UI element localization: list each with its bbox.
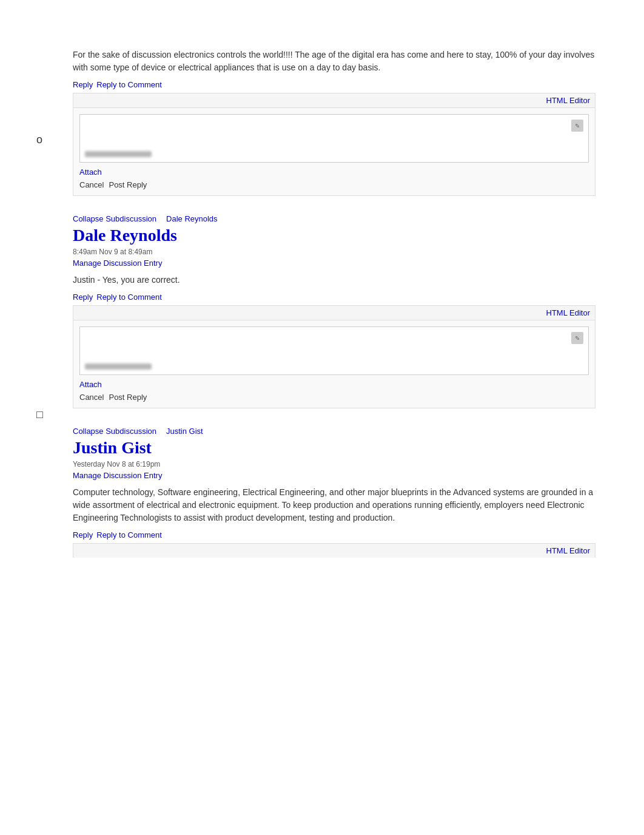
post2-collapse-link[interactable]: Collapse Subdiscussion <box>73 214 156 223</box>
post2-cancel-link[interactable]: Cancel <box>79 393 104 402</box>
post1-text: For the sake of discussion electronics c… <box>73 49 595 74</box>
post2-subdiscussion-header: Collapse Subdiscussion Dale Reynolds <box>73 214 595 223</box>
post1-cancel-link[interactable]: Cancel <box>79 180 104 189</box>
post3-reply-to-comment-link[interactable]: Reply to Comment <box>96 530 162 539</box>
post2-reply-to-comment-link[interactable]: Reply to Comment <box>96 292 162 302</box>
post3-manage-link[interactable]: Manage Discussion Entry <box>73 471 595 480</box>
post1-editor-box: ✎ Attach Cancel Post Reply <box>73 107 595 196</box>
post3-text: Computer technology, Software engineerin… <box>73 486 595 524</box>
post2-attach-link[interactable]: Attach <box>79 380 589 389</box>
post1-reply-link[interactable]: Reply <box>73 80 93 89</box>
post3-reply-link[interactable]: Reply <box>73 530 93 539</box>
post2-subdiscussion: Collapse Subdiscussion Dale Reynolds Dal… <box>73 214 595 286</box>
post3-html-editor-bar: HTML Editor <box>73 543 595 558</box>
post1-editor-actions: Cancel Post Reply <box>79 180 589 189</box>
side-marker-1: o <box>36 134 42 146</box>
post2-editor-box: ✎ Attach Cancel Post Reply <box>73 320 595 408</box>
post1-editor-icon: ✎ <box>571 120 583 132</box>
post2-editor-blurred <box>85 363 152 370</box>
post2-text: Justin - Yes, you are correct. <box>73 274 595 286</box>
post3-post-meta: Yesterday Nov 8 at 6:19pm <box>73 460 595 468</box>
post2-manage-link[interactable]: Manage Discussion Entry <box>73 259 595 268</box>
post3-html-editor-link[interactable]: HTML Editor <box>546 546 590 555</box>
post1-html-editor-link[interactable]: HTML Editor <box>546 96 590 105</box>
post1-editor-blurred <box>85 151 152 157</box>
post2-editor-actions: Cancel Post Reply <box>79 393 589 402</box>
post3-collapse-link[interactable]: Collapse Subdiscussion <box>73 427 156 436</box>
post2-author-title: Dale Reynolds <box>73 226 595 245</box>
side-marker-2: □ <box>36 408 43 421</box>
post1-post-reply-btn[interactable]: Post Reply <box>109 180 147 189</box>
post1-html-editor-bar: HTML Editor <box>73 93 595 107</box>
post1-reply-to-comment-link[interactable]: Reply to Comment <box>96 80 162 89</box>
post1-editor-inner[interactable]: ✎ <box>79 114 589 163</box>
post3-subdiscussion: Collapse Subdiscussion Justin Gist Justi… <box>73 427 595 524</box>
post2-editor-icon: ✎ <box>571 332 583 344</box>
post2-post-meta: 8:49am Nov 9 at 8:49am <box>73 248 595 256</box>
post2-editor-inner[interactable]: ✎ <box>79 326 589 375</box>
post2-reply-link[interactable]: Reply <box>73 292 93 302</box>
post3-author-title: Justin Gist <box>73 438 595 458</box>
post1-attach-link[interactable]: Attach <box>79 167 589 177</box>
post3-subdiscussion-header: Collapse Subdiscussion Justin Gist <box>73 427 595 436</box>
post3-author-link[interactable]: Justin Gist <box>166 427 203 436</box>
post2-html-editor-link[interactable]: HTML Editor <box>546 308 590 317</box>
post2-post-reply-btn[interactable]: Post Reply <box>109 393 147 402</box>
post2-html-editor-bar: HTML Editor <box>73 305 595 320</box>
post2-author-link[interactable]: Dale Reynolds <box>166 214 218 223</box>
